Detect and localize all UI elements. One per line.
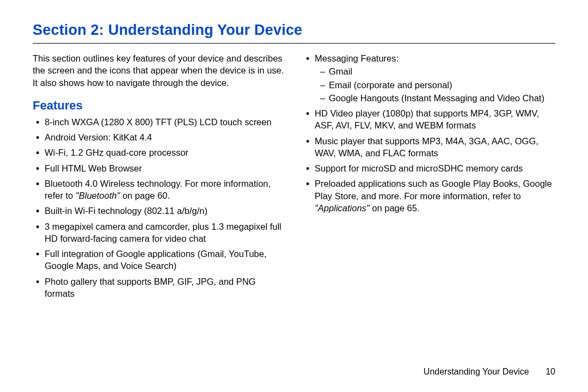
feature-item: Preloaded applications such as Google Pl…: [303, 177, 555, 214]
sub-item: Email (corporate and personal): [320, 79, 555, 91]
feature-item-messaging: Messaging Features: Gmail Email (corpora…: [303, 52, 555, 104]
messaging-head: Messaging Features:: [315, 53, 399, 63]
xref-bluetooth: "Bluetooth": [76, 191, 120, 200]
feature-item: HD Video player (1080p) that supports MP…: [303, 107, 555, 132]
page-number: 10: [546, 367, 555, 376]
feature-item: Support for microSD and microSDHC memory…: [303, 162, 555, 174]
messaging-sublist: Gmail Email (corporate and personal) Goo…: [315, 65, 555, 104]
xref-applications: "Applications": [315, 203, 370, 213]
feature-item: Android Version: KitKat 4.4: [33, 131, 285, 143]
intro-text: This section outlines key features of yo…: [33, 52, 285, 89]
page-footer: Understanding Your Device 10: [424, 367, 555, 377]
feature-item: 3 megapixel camera and camcorder, plus 1…: [33, 220, 285, 245]
footer-label: Understanding Your Device: [424, 367, 529, 376]
feature-item: Built-in Wi-Fi technology (802.11 a/b/g/…: [33, 205, 285, 217]
section-title: Section 2: Understanding Your Device: [33, 22, 555, 44]
sub-item: Gmail: [320, 65, 555, 77]
features-list-left: 8-inch WXGA (1280 X 800) TFT (PLS) LCD t…: [33, 116, 285, 299]
feature-item: Wi-Fi, 1.2 GHz quad-core processor: [33, 146, 285, 158]
feature-item: 8-inch WXGA (1280 X 800) TFT (PLS) LCD t…: [33, 116, 285, 128]
right-column: Messaging Features: Gmail Email (corpora…: [303, 52, 555, 303]
feature-item: Photo gallery that supports BMP, GIF, JP…: [33, 275, 285, 300]
feature-item: Music player that supports MP3, M4A, 3GA…: [303, 135, 555, 160]
feature-item: Full HTML Web Browser: [33, 162, 285, 174]
left-column: This section outlines key features of yo…: [33, 52, 285, 303]
feature-item: Bluetooth 4.0 Wireless technology. For m…: [33, 177, 285, 202]
feature-item: Full integration of Google applications …: [33, 248, 285, 272]
content-columns: This section outlines key features of yo…: [33, 52, 555, 303]
sub-item: Google Hangouts (Instant Messaging and V…: [320, 92, 555, 104]
features-heading: Features: [33, 99, 285, 113]
features-list-right: Messaging Features: Gmail Email (corpora…: [303, 52, 555, 214]
